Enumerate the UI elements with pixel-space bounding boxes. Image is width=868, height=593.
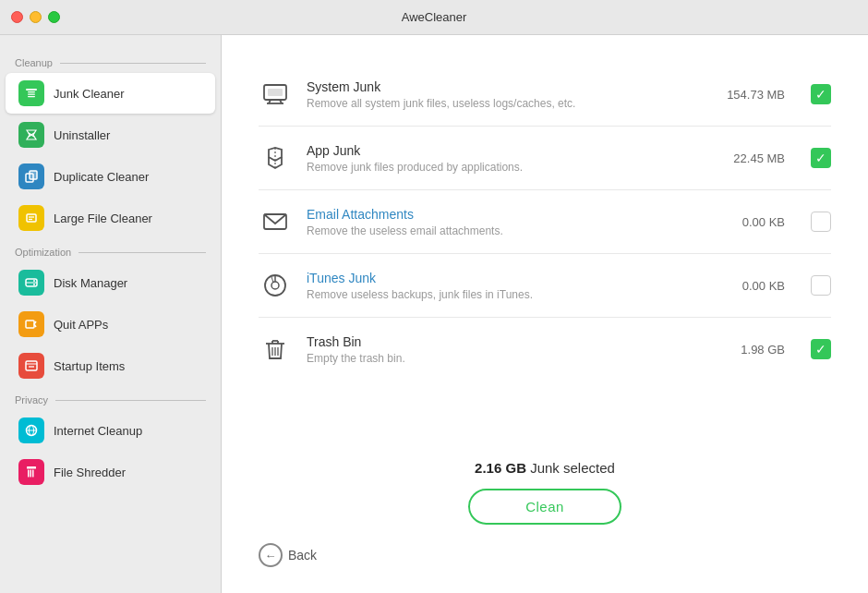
sidebar-item-junk-cleaner-label: Junk Cleaner [54,87,125,101]
sidebar-item-junk-cleaner[interactable]: Junk Cleaner [6,73,215,114]
trash-bin-desc: Empty the trash bin. [307,352,705,365]
junk-item-system-junk: System Junk Remove all system junk files… [259,63,831,127]
app-title: AweCleaner [402,10,467,24]
sidebar-item-quit-apps[interactable]: Quit APPs [6,304,215,345]
svg-rect-24 [27,466,36,469]
checkmark-icon: ✓ [815,343,826,356]
sidebar-item-large-file-cleaner[interactable]: Large File Cleaner [6,198,215,238]
sidebar-item-startup-items-label: Startup Items [54,359,125,373]
system-junk-name: System Junk [307,79,705,94]
app-junk-name: App Junk [307,143,705,158]
system-junk-size: 154.73 MB [720,88,785,102]
svg-line-38 [271,277,273,284]
email-attachments-checkbox[interactable] [811,212,831,232]
svg-rect-2 [28,94,35,95]
trash-bin-name: Trash Bin [307,334,705,349]
clean-button[interactable]: Clean [468,489,621,525]
itunes-junk-name: iTunes Junk [307,271,705,285]
sidebar-item-duplicate-cleaner[interactable]: Duplicate Cleaner [6,156,215,197]
large-file-cleaner-icon [18,205,44,231]
email-attachments-desc: Remove the useless email attachments. [307,224,705,237]
back-label: Back [288,548,317,563]
svg-rect-26 [30,470,32,478]
duplicate-cleaner-icon [18,163,44,189]
app-junk-checkbox[interactable]: ✓ [811,148,831,168]
app-junk-size: 22.45 MB [720,151,785,165]
junk-item-itunes-junk: iTunes Junk Remove useless backups, junk… [259,254,831,318]
sidebar: Cleanup Junk Cleaner [0,35,222,593]
junk-item-email-attachments: Email Attachments Remove the useless ema… [259,190,831,254]
sidebar-section-optimization: Optimization [0,239,221,261]
junk-item-trash-bin: Trash Bin Empty the trash bin. 1.98 GB ✓ [259,318,831,381]
itunes-junk-checkbox[interactable] [811,275,831,296]
sidebar-item-quit-apps-label: Quit APPs [54,318,108,332]
app-junk-desc: Remove junk files produced by applicatio… [307,161,705,174]
file-shredder-icon [18,459,44,485]
svg-rect-27 [32,470,34,478]
junk-summary-text: Junk selected [526,460,615,476]
svg-rect-25 [28,470,30,478]
itunes-junk-icon [259,269,292,302]
sidebar-section-privacy: Privacy [0,387,221,409]
app-junk-icon [259,141,292,175]
back-button[interactable]: ← Back [259,543,317,567]
checkmark-icon: ✓ [815,151,826,164]
trash-bin-info: Trash Bin Empty the trash bin. [307,334,705,365]
sidebar-item-uninstaller[interactable]: Uninstaller [6,115,215,155]
checkmark-icon: ✓ [815,88,826,101]
email-attachments-icon [259,205,292,238]
trash-bin-icon [259,333,292,366]
junk-list: System Junk Remove all system junk files… [259,63,831,442]
itunes-junk-size: 0.00 KB [720,279,785,293]
system-junk-info: System Junk Remove all system junk files… [307,79,705,110]
sidebar-item-file-shredder-label: File Shredder [54,466,126,479]
system-junk-desc: Remove all system junk files, useless lo… [307,97,705,110]
itunes-junk-desc: Remove useless backups, junk files in iT… [307,288,705,301]
sidebar-item-internet-cleanup-label: Internet Cleanup [54,424,142,438]
system-junk-icon [259,78,292,111]
sidebar-item-file-shredder[interactable]: File Shredder [6,452,215,492]
sidebar-item-large-file-cleaner-label: Large File Cleaner [54,212,152,225]
svg-point-13 [33,280,35,282]
svg-rect-3 [28,96,35,97]
sidebar-item-disk-manager-label: Disk Manager [54,276,127,290]
svg-rect-0 [26,89,37,91]
startup-items-icon [18,353,44,379]
sidebar-item-internet-cleanup[interactable]: Internet Cleanup [6,410,215,451]
trash-bin-checkbox[interactable]: ✓ [811,339,831,359]
sidebar-item-startup-items[interactable]: Startup Items [6,345,215,386]
content-area: System Junk Remove all system junk files… [222,35,868,593]
junk-summary: 2.16 GB Junk selected [475,460,615,476]
sidebar-item-disk-manager[interactable]: Disk Manager [6,262,215,303]
internet-cleanup-icon [18,418,44,443]
sidebar-section-cleanup: Cleanup [0,50,221,72]
uninstaller-icon [18,122,44,148]
junk-cleaner-icon [18,80,44,106]
svg-point-14 [33,284,35,285]
main-layout: Cleanup Junk Cleaner [0,35,868,593]
svg-rect-32 [268,89,283,96]
back-circle-icon: ← [259,543,283,567]
system-junk-checkbox[interactable]: ✓ [811,84,831,104]
fullscreen-button[interactable] [48,11,60,23]
svg-rect-8 [27,214,36,222]
itunes-junk-info: iTunes Junk Remove useless backups, junk… [307,271,705,301]
email-attachments-size: 0.00 KB [720,215,785,229]
close-button[interactable] [11,11,23,23]
minimize-button[interactable] [30,11,42,23]
svg-rect-1 [28,91,35,92]
sidebar-item-uninstaller-label: Uninstaller [54,128,110,142]
quit-apps-icon [18,311,44,337]
traffic-lights [11,11,60,23]
junk-item-app-junk: App Junk Remove junk files produced by a… [259,127,831,190]
sidebar-item-duplicate-cleaner-label: Duplicate Cleaner [54,170,149,184]
svg-point-36 [271,282,279,289]
footer: 2.16 GB Junk selected Clean [259,442,831,534]
app-junk-info: App Junk Remove junk files produced by a… [307,143,705,174]
svg-rect-18 [26,361,37,370]
svg-rect-7 [30,171,37,179]
email-attachments-name: Email Attachments [307,207,705,222]
disk-manager-icon [18,270,44,296]
junk-summary-bold: 2.16 GB [475,460,526,476]
bottom-bar: ← Back [259,534,831,575]
